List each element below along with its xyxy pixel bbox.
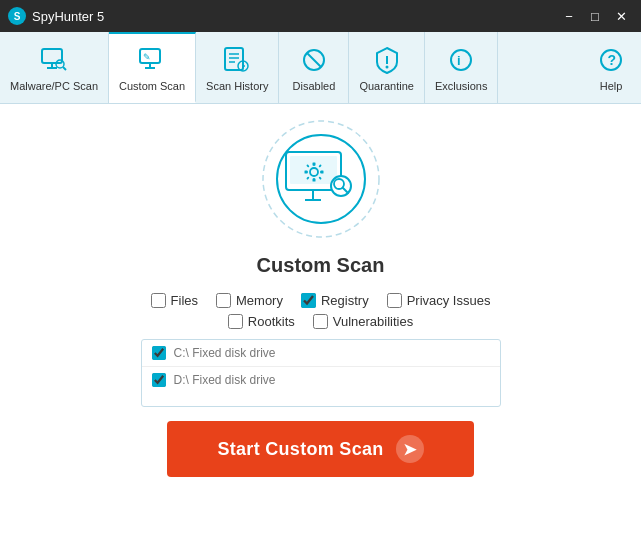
nav-item-custom-scan[interactable]: ✎ Custom Scan <box>109 32 196 103</box>
maximize-button[interactable]: □ <box>583 6 607 26</box>
nav-item-help[interactable]: ? Help <box>581 32 641 103</box>
quarantine-icon <box>371 44 403 76</box>
drive-item-c: C:\ Fixed disk drive <box>142 340 500 367</box>
svg-text:?: ? <box>608 52 617 68</box>
svg-rect-32 <box>320 171 323 174</box>
drive-item-d: D:\ Fixed disk drive <box>142 367 500 393</box>
nav-item-malware-pc-scan[interactable]: Malware/PC Scan <box>0 32 109 103</box>
checkbox-memory-input[interactable] <box>216 293 231 308</box>
checkbox-registry-label: Registry <box>321 293 369 308</box>
nav-label-malware: Malware/PC Scan <box>10 80 98 92</box>
svg-line-4 <box>63 67 66 70</box>
scan-title: Custom Scan <box>257 254 385 277</box>
checkbox-privacy[interactable]: Privacy Issues <box>387 293 491 308</box>
nav-label-help: Help <box>600 80 623 92</box>
checkbox-rootkits[interactable]: Rootkits <box>228 314 295 329</box>
checkbox-vulnerabilities-label: Vulnerabilities <box>333 314 413 329</box>
svg-point-17 <box>385 65 388 68</box>
checkbox-rootkits-input[interactable] <box>228 314 243 329</box>
svg-rect-29 <box>312 163 315 166</box>
checkbox-registry[interactable]: Registry <box>301 293 369 308</box>
nav-label-custom: Custom Scan <box>119 80 185 92</box>
window-controls: − □ ✕ <box>557 6 633 26</box>
checkbox-privacy-input[interactable] <box>387 293 402 308</box>
svg-text:✎: ✎ <box>143 52 151 62</box>
start-custom-scan-button[interactable]: Start Custom Scan ➤ <box>167 421 473 477</box>
svg-point-18 <box>451 50 471 70</box>
checkbox-files-input[interactable] <box>151 293 166 308</box>
close-button[interactable]: ✕ <box>609 6 633 26</box>
help-icon: ? <box>595 44 627 76</box>
custom-scan-icon: ✎ <box>136 44 168 76</box>
monitor-scan-icon <box>38 44 70 76</box>
nav-label-quarantine: Quarantine <box>359 80 413 92</box>
checkbox-privacy-label: Privacy Issues <box>407 293 491 308</box>
nav-item-exclusions[interactable]: i Exclusions <box>425 32 499 103</box>
app-icon: S <box>8 7 26 25</box>
minimize-button[interactable]: − <box>557 6 581 26</box>
start-btn-label: Start Custom Scan <box>217 439 383 460</box>
app-title: SpyHunter 5 <box>32 9 557 24</box>
nav-item-disabled[interactable]: Disabled <box>279 32 349 103</box>
drive-d-checkbox[interactable] <box>152 373 166 387</box>
checkboxes-area: Files Memory Registry Privacy Issues Roo… <box>151 293 491 329</box>
checkbox-memory[interactable]: Memory <box>216 293 283 308</box>
svg-line-15 <box>307 53 321 67</box>
checkbox-memory-label: Memory <box>236 293 283 308</box>
checkbox-rootkits-label: Rootkits <box>248 314 295 329</box>
drive-c-checkbox[interactable] <box>152 346 166 360</box>
exclusions-icon: i <box>445 44 477 76</box>
checkbox-row-1: Files Memory Registry Privacy Issues <box>151 293 491 308</box>
nav-item-scan-history[interactable]: Scan History <box>196 32 279 103</box>
drive-list[interactable]: C:\ Fixed disk drive D:\ Fixed disk driv… <box>141 339 501 407</box>
nav-label-history: Scan History <box>206 80 268 92</box>
checkbox-row-2: Rootkits Vulnerabilities <box>228 314 413 329</box>
checkbox-files-label: Files <box>171 293 198 308</box>
history-icon <box>221 44 253 76</box>
disabled-icon <box>298 44 330 76</box>
drive-d-label: D:\ Fixed disk drive <box>174 373 276 387</box>
start-btn-arrow-icon: ➤ <box>396 435 424 463</box>
drive-c-label: C:\ Fixed disk drive <box>174 346 276 360</box>
main-content: Custom Scan Files Memory Registry Privac… <box>0 104 641 536</box>
nav-label-exclusions: Exclusions <box>435 80 488 92</box>
svg-rect-30 <box>312 179 315 182</box>
nav-spacer <box>498 32 581 103</box>
checkbox-files[interactable]: Files <box>151 293 198 308</box>
scan-illustration <box>256 114 386 244</box>
checkbox-vulnerabilities[interactable]: Vulnerabilities <box>313 314 413 329</box>
svg-rect-9 <box>225 48 243 70</box>
nav-label-disabled: Disabled <box>293 80 336 92</box>
svg-text:i: i <box>457 53 461 68</box>
nav-bar: Malware/PC Scan ✎ Custom Scan Scan <box>0 32 641 104</box>
checkbox-registry-input[interactable] <box>301 293 316 308</box>
title-bar: S SpyHunter 5 − □ ✕ <box>0 0 641 32</box>
checkbox-vulnerabilities-input[interactable] <box>313 314 328 329</box>
nav-item-quarantine[interactable]: Quarantine <box>349 32 424 103</box>
svg-rect-31 <box>304 171 307 174</box>
